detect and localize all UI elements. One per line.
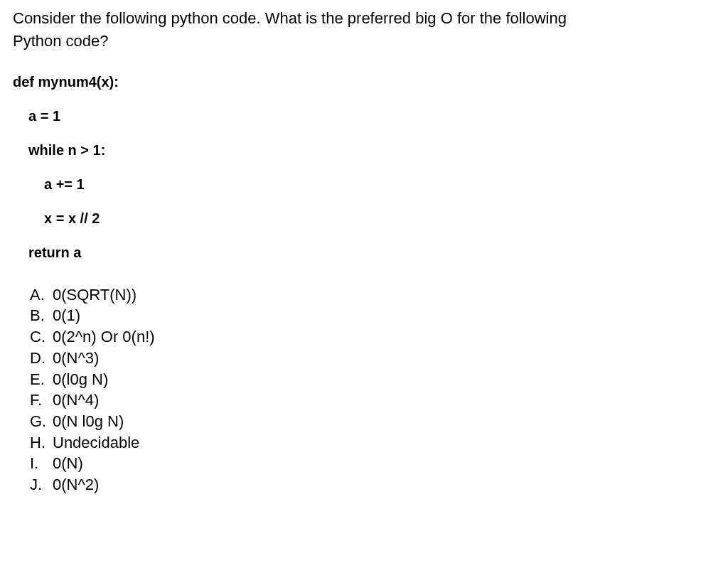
option-text: Undecidable: [53, 432, 139, 454]
option-letter: J.: [30, 474, 53, 495]
option-letter: F.: [30, 390, 53, 411]
option-letter: A.: [30, 284, 53, 306]
option-text: 0(SQRT(N)): [53, 284, 136, 306]
option-d[interactable]: D. 0(N^3): [30, 348, 715, 369]
option-text: 0(l0g N): [53, 369, 108, 390]
code-return: return a: [13, 243, 715, 262]
option-text: 0(1): [53, 305, 80, 326]
answer-options: A. 0(SQRT(N)) B. 0(1) C. 0(2^n) Or 0(n!)…: [13, 284, 715, 495]
option-text: 0(N): [53, 453, 83, 474]
option-letter: H.: [30, 432, 53, 454]
option-text: 0(N^2): [53, 474, 99, 495]
code-while: while n > 1:: [13, 141, 715, 159]
code-increment-a: a += 1: [13, 175, 715, 193]
question-line-2: Python code?: [13, 32, 109, 50]
option-a[interactable]: A. 0(SQRT(N)): [30, 284, 715, 306]
code-halve-x: x = x // 2: [13, 209, 715, 227]
question-line-1: Consider the following python code. What…: [13, 9, 567, 27]
option-letter: B.: [30, 305, 53, 326]
option-g[interactable]: G. 0(N l0g N): [30, 411, 715, 432]
option-c[interactable]: C. 0(2^n) Or 0(n!): [30, 326, 715, 348]
question-page: Consider the following python code. What…: [0, 0, 728, 508]
code-assign-a: a = 1: [13, 107, 715, 125]
code-def: def mynum4(x):: [13, 73, 715, 91]
option-letter: C.: [30, 326, 53, 348]
option-text: 0(N l0g N): [53, 411, 124, 432]
option-e[interactable]: E. 0(l0g N): [30, 369, 715, 390]
option-letter: D.: [30, 348, 53, 369]
option-h[interactable]: H. Undecidable: [30, 432, 715, 454]
option-letter: G.: [30, 411, 53, 432]
option-i[interactable]: I. 0(N): [30, 453, 715, 474]
option-j[interactable]: J. 0(N^2): [30, 474, 715, 495]
option-text: 0(N^3): [53, 348, 99, 369]
option-text: 0(2^n) Or 0(n!): [53, 326, 155, 348]
option-f[interactable]: F. 0(N^4): [30, 390, 715, 411]
question-prompt: Consider the following python code. What…: [13, 7, 715, 53]
option-letter: I.: [30, 453, 53, 474]
option-text: 0(N^4): [53, 390, 99, 411]
option-b[interactable]: B. 0(1): [30, 305, 715, 326]
code-block: def mynum4(x): a = 1 while n > 1: a += 1…: [13, 73, 715, 262]
option-letter: E.: [30, 369, 53, 390]
